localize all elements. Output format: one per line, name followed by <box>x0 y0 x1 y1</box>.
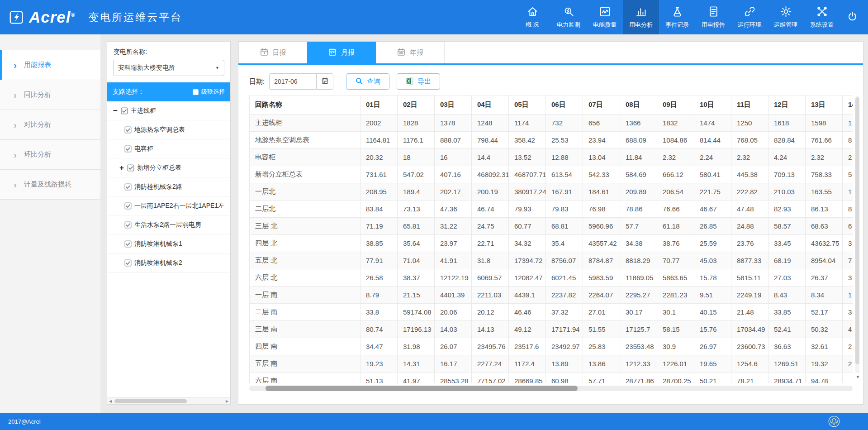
nav-item-4[interactable]: 用电分析 <box>623 0 659 34</box>
nav-item-1[interactable]: 概 况 <box>514 0 550 34</box>
value-cell: 4.24 <box>768 149 806 166</box>
horizontal-scrollbar-thumb[interactable] <box>266 386 578 391</box>
tab-yearly[interactable]: 年报 <box>376 42 445 63</box>
value-cell: 59174.08 <box>398 304 435 321</box>
value-cell: 202.17 <box>435 183 472 201</box>
checkbox-checked-icon[interactable] <box>124 240 132 248</box>
value-cell: 73.13 <box>398 201 435 218</box>
date-input[interactable] <box>269 73 316 90</box>
value-cell: 28553.28 <box>435 373 472 383</box>
tree-node[interactable]: −主进线柜 <box>107 101 230 120</box>
checkbox-checked-icon[interactable] <box>124 202 132 210</box>
nav-item-6[interactable]: 用电报告 <box>695 0 731 34</box>
value-cell: 731.61 <box>360 166 398 183</box>
value-cell: 1226.01 <box>657 355 694 373</box>
column-header-day: 06日 <box>546 96 583 115</box>
value-cell: 31.8 <box>472 252 509 269</box>
branch-select-label: 支路选择： <box>113 88 144 96</box>
tree-node-label: 地源热泵空调总表 <box>134 126 185 134</box>
cascade-select-toggle[interactable]: 级联选择 <box>193 88 225 96</box>
table-row: 五层 南19.2314.3116.172277.241172.413.8913.… <box>250 355 853 373</box>
nav-item-5[interactable]: 事件记录 <box>659 0 695 34</box>
checkbox-checked-icon[interactable] <box>124 259 132 267</box>
sidebar-item-3[interactable]: ›对比分析 <box>0 110 100 140</box>
notification-bell-icon[interactable] <box>827 415 841 428</box>
circuit-name-cell: 四层 南 <box>250 338 360 355</box>
value-cell: 33.8 <box>360 304 398 321</box>
tree-node[interactable]: 一层南1APE2右一层北1APE1左 <box>107 196 230 215</box>
tree-node[interactable]: +新增分立柜总表 <box>107 158 230 177</box>
report-tabs: 日报月报年报 <box>238 42 863 65</box>
value-cell: 47.36 <box>435 201 472 218</box>
tree-node[interactable]: 消防喷淋机械泵2 <box>107 253 230 272</box>
checkbox-checked-icon[interactable] <box>124 145 132 153</box>
scroll-left-icon[interactable]: ◀ <box>107 399 114 403</box>
value-cell: 14.13 <box>472 321 509 338</box>
value-cell: 23.94 <box>583 132 620 149</box>
station-select[interactable]: 安科瑞新大楼变电所 ▼ <box>113 60 224 76</box>
vertical-scrollbar-thumb[interactable] <box>855 97 859 364</box>
column-header-day: 13日 <box>806 96 843 115</box>
scroll-right-icon[interactable]: ▶ <box>224 399 230 403</box>
checkbox-checked-icon[interactable] <box>124 126 132 134</box>
tree-node[interactable]: 电容柜 <box>107 139 230 158</box>
nav-item-2[interactable]: 电力监测 <box>550 0 587 34</box>
export-button[interactable]: 导出 <box>397 73 440 90</box>
checkbox-checked-icon[interactable] <box>124 221 132 229</box>
cascade-checkbox[interactable] <box>193 89 199 95</box>
sidebar-item-2[interactable]: ›同比分析 <box>0 80 100 110</box>
nav-item-7[interactable]: 运行环境 <box>731 0 768 34</box>
table-row: 三层 南80.7417196.1314.0314.1349.1217171.94… <box>250 321 853 338</box>
value-cell: 13.52 <box>509 149 546 166</box>
checkbox-checked-icon[interactable] <box>121 107 128 115</box>
value-cell: 2.32 <box>806 149 843 166</box>
nav-label: 事件记录 <box>665 21 689 29</box>
nav-item-3[interactable]: 电能质量 <box>587 0 623 34</box>
sidebar-item-4[interactable]: ›环比分析 <box>0 140 100 170</box>
scrollbar-thumb[interactable] <box>114 399 187 403</box>
tab-daily[interactable]: 日报 <box>238 42 307 63</box>
excel-icon <box>406 77 414 86</box>
value-cell: 1269.51 <box>768 355 806 373</box>
tree-node[interactable]: 消防喷淋机械泵1 <box>107 234 230 253</box>
value-cell: 24.88 <box>731 218 768 235</box>
date-picker-button[interactable] <box>316 73 333 90</box>
collapse-icon[interactable]: − <box>113 106 121 115</box>
value-cell: 23517.6 <box>509 338 546 355</box>
value-cell: 888.07 <box>435 132 472 149</box>
value-cell: 11869.05 <box>620 269 657 287</box>
value-cell: 814.44 <box>694 132 731 149</box>
table-row: 一层北208.95189.4202.17200.19380917.24167.9… <box>250 183 853 201</box>
tree-node[interactable]: 地源热泵空调总表 <box>107 120 230 139</box>
nav-item-9[interactable]: 系统设置 <box>804 0 840 34</box>
circuit-name-cell: 二层北 <box>250 201 360 218</box>
value-cell: 222.82 <box>731 183 768 201</box>
value-cell: 468707.71 <box>509 166 546 183</box>
value-cell: 209.89 <box>620 183 657 201</box>
sidebar-item-1[interactable]: ›用能报表 <box>0 50 100 80</box>
value-cell: 33.45 <box>768 235 806 252</box>
tree-node[interactable]: 消防栓机械泵2路 <box>107 177 230 196</box>
nav-item-8[interactable]: 运维管理 <box>768 0 804 34</box>
date-picker-group <box>269 73 333 90</box>
table-vertical-scrollbar[interactable] <box>855 96 859 373</box>
value-cell: 16.17 <box>435 355 472 373</box>
tree-horizontal-scrollbar[interactable]: ◀ ▶ <box>107 397 230 404</box>
tree-node[interactable]: 生活水泵2路一层弱电房 <box>107 215 230 234</box>
checkbox-checked-icon[interactable] <box>124 183 132 191</box>
table-horizontal-scrollbar[interactable] <box>249 386 853 391</box>
value-cell: 94.78 <box>806 373 843 383</box>
value-cell: 13.89 <box>546 355 583 373</box>
scroll-down-icon[interactable]: ▼ <box>856 375 860 379</box>
value-cell: 8954.04 <box>806 252 843 269</box>
logout-power-button[interactable] <box>840 0 864 34</box>
value-cell: 82.93 <box>768 201 806 218</box>
tab-monthly[interactable]: 月报 <box>307 42 376 63</box>
scrollbar-track[interactable] <box>114 398 224 404</box>
value-cell: 71.04 <box>398 252 435 269</box>
checkbox-checked-icon[interactable] <box>127 164 134 172</box>
value-cell: 12082.47 <box>509 269 546 287</box>
query-button[interactable]: 查询 <box>346 73 389 90</box>
expand-icon[interactable]: + <box>119 163 127 172</box>
sidebar-item-5[interactable]: ›计量及线路损耗 <box>0 170 100 200</box>
